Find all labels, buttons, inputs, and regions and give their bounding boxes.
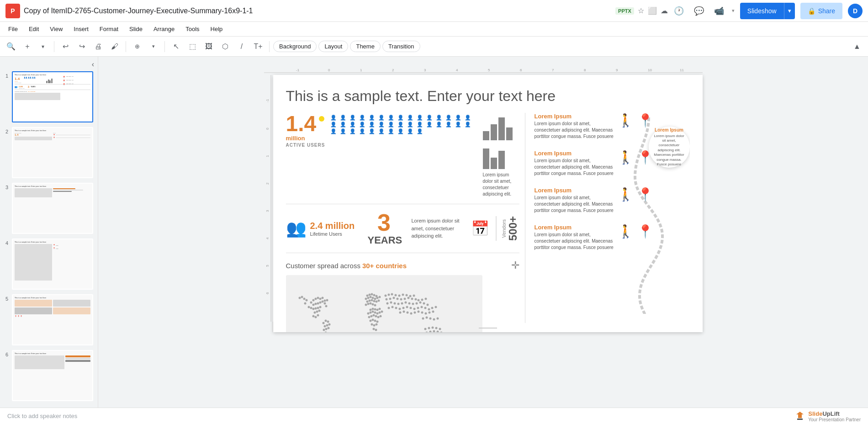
svg-point-104	[378, 312, 381, 314]
speaker-notes-field[interactable]: Click to add speaker notes	[7, 413, 794, 419]
paint-format-button[interactable]: 🖌	[107, 39, 122, 54]
svg-point-97	[376, 309, 378, 311]
menu-slide[interactable]: Slide	[125, 24, 147, 34]
select-tool[interactable]: ⬚	[185, 39, 200, 54]
background-button[interactable]: Background	[273, 41, 317, 52]
title-actions: 🕐 💬 📹 ▾ Slideshow ▾ 🔒 Share D	[672, 3, 863, 19]
calendar-icon: 📅	[471, 220, 489, 237]
collapse-toolbar-button[interactable]: ▲	[850, 39, 864, 54]
svg-point-128	[405, 294, 408, 297]
svg-point-147	[401, 302, 403, 305]
user-avatar[interactable]: D	[848, 4, 863, 18]
slideshow-dropdown[interactable]: ▾	[784, 3, 795, 19]
history-button[interactable]: 🕐	[672, 4, 686, 18]
svg-text:-1: -1	[265, 99, 270, 102]
svg-point-139	[414, 298, 417, 301]
svg-point-82	[378, 296, 381, 298]
textbox-tool[interactable]: T+	[251, 39, 265, 54]
svg-point-177	[428, 312, 430, 314]
share-button[interactable]: 🔒 Share	[800, 3, 842, 19]
print-button[interactable]: 🖨	[91, 39, 106, 54]
cursor-tool[interactable]: ↖	[169, 39, 183, 54]
redo-button[interactable]: ↪	[74, 39, 89, 54]
search-button[interactable]: 🔍	[4, 39, 18, 54]
menu-tools[interactable]: Tools	[181, 24, 204, 34]
slide-thumbnail-2[interactable]: 2 This is a sample text. Enter your text…	[4, 126, 94, 179]
svg-point-28	[317, 297, 319, 299]
zoom-dropdown[interactable]: ▾	[36, 39, 50, 54]
slide-title[interactable]: This is a sample text. Enter your text h…	[286, 88, 690, 105]
svg-point-90	[367, 303, 369, 305]
svg-point-93	[374, 304, 376, 307]
zoom-button[interactable]: ⊕	[130, 39, 144, 54]
line-tool[interactable]: /	[234, 39, 249, 54]
svg-point-57	[304, 302, 306, 305]
image-tool[interactable]: 🖼	[201, 39, 216, 54]
slide-number-4: 4	[5, 240, 8, 246]
present-dropdown[interactable]: ▾	[732, 8, 735, 14]
lifetime-users-label: Lifetime Users	[310, 231, 355, 237]
slide-canvas[interactable]: This is a sample text. Enter your text h…	[273, 75, 703, 332]
svg-point-38	[307, 306, 310, 308]
undo-button[interactable]: ↩	[58, 39, 73, 54]
vendors-label: Vendors	[501, 219, 507, 238]
world-map-svg	[286, 275, 482, 332]
menu-insert[interactable]: Insert	[69, 24, 93, 34]
canvas-area[interactable]: -1 0 1 2 3 4 5 6 7 8 9 10 11	[98, 57, 868, 408]
collapse-panel-button[interactable]: ‹	[92, 60, 94, 69]
slide-thumb-5: This is a sample text. Enter your text h…	[12, 294, 93, 345]
drive-icon[interactable]: ⬜	[648, 6, 657, 15]
divider-2	[126, 41, 126, 52]
menu-help[interactable]: Help	[206, 24, 228, 34]
menu-format[interactable]: Format	[95, 24, 123, 34]
journey-section: Lorem Ipsum Lorem ipsum dolor sit amet, …	[525, 113, 690, 323]
years-desc: Lorem ipsum dolor sit amet, consectetuer…	[412, 217, 466, 240]
slide-thumbnail-1[interactable]: 1 This is a sample text. Enter your text…	[4, 70, 94, 123]
theme-button[interactable]: Theme	[350, 41, 380, 52]
svg-point-29	[319, 298, 321, 300]
svg-point-184	[424, 328, 426, 330]
person-icon-2: 🚶	[618, 150, 634, 165]
svg-point-86	[373, 300, 375, 302]
divider-1	[54, 41, 54, 52]
shapes-tool[interactable]: ⬡	[218, 39, 233, 54]
svg-point-140	[417, 299, 419, 302]
svg-point-89	[365, 304, 367, 306]
svg-point-118	[375, 323, 377, 326]
svg-point-154	[426, 304, 429, 306]
slide-thumbnail-6[interactable]: 6 This is a sample text. Enter your text…	[4, 349, 94, 402]
present-button[interactable]: 📹	[712, 4, 726, 18]
comments-button[interactable]: 💬	[692, 4, 706, 18]
svg-point-101	[371, 311, 374, 313]
menu-arrange[interactable]: Arrange	[149, 24, 179, 34]
slide-thumbnail-3[interactable]: 3 This is a sample text. Enter your text…	[4, 182, 94, 235]
zoom-in-button[interactable]: +	[20, 39, 35, 54]
menu-view[interactable]: View	[45, 24, 67, 34]
menu-edit[interactable]: Edit	[24, 24, 43, 34]
svg-point-106	[368, 316, 370, 318]
slide-thumb-3: This is a sample text. Enter your text h…	[12, 183, 93, 234]
years-label: YEARS	[368, 234, 402, 246]
slideshow-group: Slideshow ▾	[740, 3, 795, 19]
svg-point-39	[310, 307, 312, 309]
document-title[interactable]: Copy of ItemID-2765-Customer-Journey-Exe…	[24, 7, 612, 15]
slide-thumbnail-4[interactable]: 4 This is a sample text. Enter your text…	[4, 238, 94, 291]
svg-point-100	[369, 312, 371, 314]
svg-point-169	[399, 312, 401, 314]
lock-icon: 🔒	[808, 7, 815, 15]
slide-thumbnail-5[interactable]: 5 This is a sample text. Enter your text…	[4, 293, 94, 346]
svg-text:0: 0	[328, 68, 330, 72]
slideshow-button[interactable]: Slideshow	[740, 3, 784, 19]
menu-file[interactable]: File	[4, 24, 22, 34]
slide-thumb-1: This is a sample text. Enter your text h…	[12, 71, 93, 122]
dropdown-button[interactable]: ▾	[146, 39, 161, 54]
pin-icon-4: 📍	[637, 224, 653, 239]
svg-point-174	[417, 311, 419, 313]
svg-point-116	[370, 323, 373, 326]
transition-button[interactable]: Transition	[382, 41, 420, 52]
star-icon[interactable]: ☆	[638, 6, 644, 15]
svg-text:1: 1	[360, 68, 362, 72]
layout-button[interactable]: Layout	[318, 41, 348, 52]
person-icon-1: 🚶	[618, 113, 634, 128]
cloud-icon[interactable]: ☁	[661, 6, 668, 15]
